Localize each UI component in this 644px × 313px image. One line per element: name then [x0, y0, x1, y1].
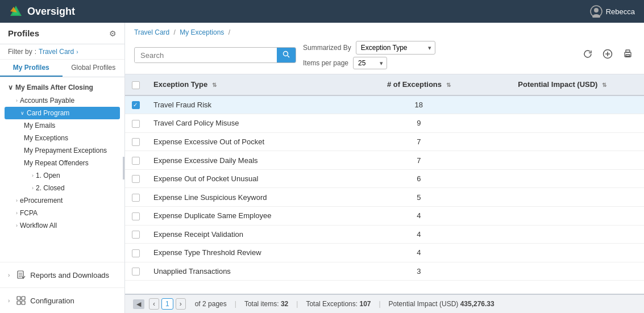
filter-by-bar: Filter by : Travel Card ›: [0, 44, 124, 60]
search-container: [134, 47, 296, 63]
breadcrumb-sep1: /: [174, 28, 176, 36]
breadcrumb-my-exceptions[interactable]: My Exceptions: [180, 28, 224, 36]
tree-item-closed[interactable]: › 2. Closed: [0, 182, 124, 194]
content-header: Travel Card / My Exceptions /: [125, 23, 644, 74]
tab-global-profiles[interactable]: Global Profiles: [63, 60, 125, 77]
breadcrumb-travel-card[interactable]: Travel Card: [134, 28, 169, 36]
exception-type-select[interactable]: Exception Type: [356, 41, 435, 55]
filter-chevron-icon: ›: [76, 49, 78, 55]
tree-item-my-exceptions[interactable]: My Exceptions: [0, 132, 124, 144]
next-page-button[interactable]: ›: [176, 298, 186, 310]
table-body: Travel Fraud Risk18Travel Card Policy Mi…: [125, 95, 644, 281]
current-page[interactable]: 1: [161, 298, 173, 310]
tree-item-my-prepayment-exceptions[interactable]: My Prepayment Exceptions: [0, 144, 124, 157]
print-button[interactable]: [621, 47, 635, 64]
footer-of-pages: of 2 pages: [195, 300, 227, 308]
row-potential-impact: [480, 132, 644, 151]
svg-point-14: [284, 52, 288, 56]
table-row: Travel Card Policy Misuse9: [125, 114, 644, 133]
row-num-exceptions: 5: [357, 188, 480, 207]
row-checkbox-cell: [125, 169, 147, 188]
refresh-button[interactable]: [581, 47, 595, 63]
tree-label: 1. Open: [36, 172, 60, 180]
header-potential-impact[interactable]: Potential Impact (USD) ⇅: [480, 74, 644, 95]
app-name: Oversight: [27, 6, 75, 18]
add-icon: [603, 49, 613, 59]
row-checkbox-cell: [125, 262, 147, 281]
table-row: Expense Excessive Daily Meals7: [125, 151, 644, 170]
scroll-left-button[interactable]: ◀: [133, 299, 144, 309]
reports-icon: [16, 270, 26, 279]
reports-label: Reports and Downloads: [30, 271, 109, 279]
user-menu[interactable]: Rebecca: [590, 5, 635, 18]
tree-item-workflow-all[interactable]: › Workflow All: [0, 219, 124, 232]
select-all-checkbox[interactable]: [132, 81, 140, 89]
summarized-by-row: Summarized By Exception Type: [303, 41, 435, 55]
tree-item-fcpa[interactable]: › FCPA: [0, 207, 124, 219]
tree-item-my-emails[interactable]: My Emails: [0, 119, 124, 132]
tree-label: Workflow All: [20, 222, 57, 229]
row-potential-impact: [480, 169, 644, 188]
footer-total-exceptions-value: 107: [359, 300, 371, 308]
sidebar-item-reports[interactable]: › Reports and Downloads: [0, 266, 124, 284]
tree-item-open[interactable]: › 1. Open: [0, 169, 124, 182]
header-exception-type[interactable]: Exception Type ⇅: [147, 74, 357, 95]
footer-sep3: |: [379, 300, 380, 308]
table-row: Expense Duplicate Same Employee4: [125, 206, 644, 225]
footer-potential-impact-value: 435,276.33: [460, 300, 495, 308]
main-layout: Profiles ⚙ Filter by : Travel Card › My …: [0, 23, 644, 313]
sort-icon: ⇅: [212, 82, 217, 88]
row-potential-impact: [480, 188, 644, 207]
toolbar: Summarized By Exception Type Items per p…: [134, 41, 635, 74]
items-per-page-select[interactable]: 25 10 50 100: [353, 57, 387, 69]
chevron-icon: ›: [8, 272, 10, 278]
table-row: Expense Out of Pocket Unusual6: [125, 169, 644, 188]
tree-item-my-repeat-offenders[interactable]: My Repeat Offenders: [0, 157, 124, 169]
row-exception-type: Expense Line Suspicious Keyword: [147, 188, 357, 207]
config-icon: [16, 296, 26, 305]
svg-rect-20: [626, 50, 630, 52]
row-checkbox[interactable]: [132, 212, 140, 220]
row-checkbox[interactable]: [132, 249, 140, 257]
header-num-exceptions-label: # of Exceptions: [387, 80, 442, 89]
filter-by-value[interactable]: Travel Card: [39, 48, 74, 56]
row-num-exceptions: 7: [357, 151, 480, 170]
row-potential-impact: [480, 262, 644, 281]
search-button[interactable]: [277, 48, 296, 62]
toolbar-actions: [581, 47, 635, 64]
sidebar-item-configuration[interactable]: › Configuration: [0, 291, 124, 310]
gear-icon[interactable]: ⚙: [109, 29, 117, 38]
tree-label: eProcurement: [20, 197, 63, 205]
row-num-exceptions: 4: [357, 225, 480, 244]
tree-item-eprocurement[interactable]: › eProcurement: [0, 194, 124, 207]
tab-my-profiles[interactable]: My Profiles: [0, 60, 63, 77]
tree-item-accounts-payable[interactable]: › Accounts Payable: [0, 94, 124, 107]
row-checkbox[interactable]: [132, 231, 140, 239]
tree-label: My Prepayment Exceptions: [24, 147, 107, 155]
row-potential-impact: [480, 95, 644, 114]
profile-tabs: My Profiles Global Profiles: [0, 60, 124, 77]
row-checkbox[interactable]: [132, 101, 140, 109]
tree-item-my-emails-after-closing[interactable]: ∨ My Emails After Closing: [0, 81, 124, 94]
row-checkbox[interactable]: [132, 268, 140, 276]
search-input[interactable]: [135, 48, 277, 62]
print-icon: [623, 49, 633, 59]
row-num-exceptions: 6: [357, 169, 480, 188]
row-checkbox[interactable]: [132, 194, 140, 202]
header-num-exceptions[interactable]: # of Exceptions ⇅: [357, 74, 480, 95]
row-checkbox[interactable]: [132, 138, 140, 146]
tree-item-card-program[interactable]: ∨ Card Program: [5, 107, 120, 119]
tree-label: My Emails: [24, 122, 55, 130]
prev-page-button[interactable]: ‹: [149, 298, 159, 310]
row-checkbox[interactable]: [132, 157, 140, 165]
row-checkbox[interactable]: [132, 120, 140, 128]
row-num-exceptions: 4: [357, 206, 480, 225]
tree-label: FCPA: [20, 209, 38, 217]
table-header-row: Exception Type ⇅ # of Exceptions ⇅ Poten…: [125, 74, 644, 95]
row-checkbox[interactable]: [132, 175, 140, 183]
add-button[interactable]: [600, 47, 615, 64]
sidebar-tree: ∨ My Emails After Closing › Accounts Pay…: [0, 77, 124, 262]
chevron-icon: ∨: [8, 84, 13, 91]
items-per-page-label: Items per page: [303, 59, 348, 67]
table-row: Travel Fraud Risk18: [125, 95, 644, 114]
